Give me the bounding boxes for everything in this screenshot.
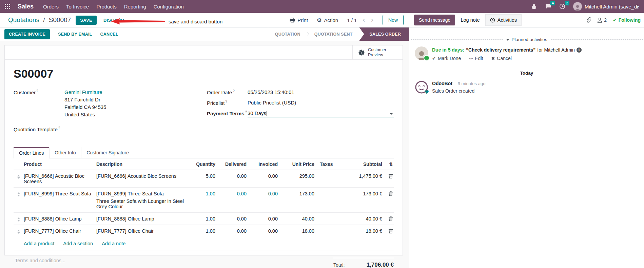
cell-quantity[interactable]: 1.00 (186, 228, 215, 234)
mark-done-button[interactable]: ✔Mark Done (432, 56, 461, 61)
send-message-button[interactable]: Send message (414, 15, 455, 25)
col-unit-price[interactable]: Unit Price (278, 161, 314, 167)
add-a-product-link[interactable]: Add a product (24, 241, 54, 246)
activities-button[interactable]: Activities (485, 14, 522, 26)
cell-unit-price[interactable]: 18.00 (278, 228, 314, 234)
cell-delivered[interactable]: 0.00 (215, 216, 247, 222)
cell-quantity[interactable]: 1.00 (186, 191, 215, 196)
create-invoice-button[interactable]: CREATE INVOICE (4, 29, 50, 39)
info-icon[interactable]: i (577, 47, 582, 53)
table-row[interactable]: [FURN_6666] Acoustic Bloc Screens [FURN_… (14, 170, 394, 188)
trash-icon[interactable] (388, 191, 393, 196)
col-subtotal[interactable]: Subtotal (340, 161, 382, 167)
breadcrumb-quotations[interactable]: Quotations (8, 16, 39, 23)
apps-grid-icon[interactable] (5, 4, 10, 9)
menu-reporting[interactable]: Reporting (124, 4, 146, 9)
payment-terms-field[interactable]: 30 Days (248, 110, 394, 117)
cell-invoiced[interactable]: 0.00 (247, 228, 278, 234)
cell-product[interactable]: [FURN_8888] Office Lamp (24, 216, 96, 222)
status-step-quotation[interactable]: QUOTATION (268, 27, 307, 41)
drag-handle-icon[interactable] (17, 230, 20, 234)
order-date-label: Order Date? (207, 89, 248, 95)
app-name[interactable]: Sales (18, 3, 34, 10)
user-menu[interactable]: Mitchell Admin (save_discar (573, 2, 639, 11)
chevron-down-icon[interactable] (390, 113, 393, 115)
cell-description[interactable]: [FURN_6666] Acoustic Bloc Screens (96, 173, 186, 179)
tab-other-info[interactable]: Other Info (49, 147, 81, 158)
cell-unit-price[interactable]: 40.00 (278, 216, 314, 222)
new-button[interactable]: New (383, 15, 404, 25)
drag-handle-icon[interactable] (17, 192, 20, 196)
pager-next-icon[interactable]: › (371, 16, 374, 24)
cell-subtotal: 173.00 € (340, 191, 382, 196)
paperclip-icon[interactable] (585, 17, 591, 23)
cell-product[interactable]: [FURN_7777] Office Chair (24, 228, 96, 234)
customer-link[interactable]: Gemini Furniture (64, 89, 102, 95)
log-note-button[interactable]: Log note (461, 17, 480, 23)
edit-activity-button[interactable]: ✏Edit (469, 56, 483, 61)
cell-quantity[interactable]: 1.00 (186, 216, 215, 222)
cell-description[interactable]: [FURN_7777] Office Chair (96, 228, 186, 234)
activity-clock-icon[interactable]: 2 (559, 3, 566, 10)
drag-handle-icon[interactable] (17, 217, 20, 222)
cell-invoiced[interactable]: 0.00 (247, 191, 278, 196)
cell-quantity[interactable]: 5.00 (186, 173, 215, 179)
menu-products[interactable]: Products (96, 4, 116, 9)
add-a-note-link[interactable]: Add a note (102, 241, 125, 246)
customer-preview-button[interactable]: Customer Preview (352, 45, 403, 60)
add-a-section-link[interactable]: Add a section (63, 241, 93, 246)
trash-icon[interactable] (388, 216, 393, 221)
drag-handle-icon[interactable] (17, 175, 20, 179)
print-button[interactable]: Print (290, 17, 308, 23)
messages-icon[interactable]: 4 (545, 3, 551, 10)
col-quantity[interactable]: Quantity (186, 161, 215, 167)
cell-description[interactable]: [FURN_8888] Office Lamp (96, 216, 186, 222)
trash-icon[interactable] (388, 173, 393, 178)
save-button[interactable]: SAVE (76, 16, 97, 25)
cell-invoiced[interactable]: 0.00 (247, 216, 278, 222)
message-content: OdooBot - 9 minutes ago Sales Order crea… (432, 80, 485, 94)
table-row[interactable]: [FURN_8999] Three-Seat Sofa [FURN_8999] … (14, 188, 394, 213)
pricelist-field[interactable]: Public Pricelist (USD) (248, 100, 296, 106)
cell-unit-price[interactable]: 173.00 (278, 191, 314, 196)
cell-delivered[interactable]: 0.00 (215, 191, 247, 196)
menu-orders[interactable]: Orders (43, 4, 59, 9)
collapse-caret-icon (506, 39, 509, 41)
debug-bug-icon[interactable] (530, 3, 537, 10)
cell-delivered[interactable]: 0.00 (215, 173, 247, 179)
col-delivered[interactable]: Delivered (215, 161, 247, 167)
col-invoiced[interactable]: Invoiced (247, 161, 278, 167)
cancel-activity-button[interactable]: ✖Cancel (491, 56, 512, 61)
col-taxes[interactable]: Taxes (314, 161, 340, 167)
table-row[interactable]: [FURN_7777] Office Chair [FURN_7777] Off… (14, 225, 394, 237)
cell-delivered[interactable]: 0.00 (215, 228, 247, 234)
planned-activities-header[interactable]: Planned activities (503, 37, 550, 42)
status-step-quotation-sent[interactable]: QUOTATION SENT (308, 27, 359, 41)
cell-invoiced[interactable]: 0.00 (247, 173, 278, 179)
terms-and-conditions-placeholder[interactable]: Terms and conditions... (14, 258, 333, 268)
following-button[interactable]: ✔ Following (613, 17, 641, 23)
trash-icon[interactable] (388, 228, 393, 233)
cell-product[interactable]: [FURN_8999] Three-Seat Sofa (24, 191, 96, 196)
col-description[interactable]: Description (96, 161, 186, 167)
message-author[interactable]: OdooBot (432, 81, 452, 86)
cell-unit-price[interactable]: 295.00 (278, 173, 314, 179)
chatter-toolbar-right: 2 ✔ Following (585, 17, 641, 23)
cell-product[interactable]: [FURN_6666] Acoustic Bloc Screens (24, 173, 96, 184)
send-by-email-button[interactable]: SEND BY EMAIL (58, 32, 92, 37)
menu-to-invoice[interactable]: To Invoice (66, 4, 89, 9)
cancel-button[interactable]: CANCEL (100, 32, 118, 37)
menu-configuration[interactable]: Configuration (154, 4, 184, 9)
optional-columns-icon[interactable]: ⇅ (389, 161, 393, 167)
tab-order-lines[interactable]: Order Lines (14, 147, 49, 158)
cell-description[interactable]: [FURN_8999] Three-Seat Sofa Three Seater… (96, 191, 186, 209)
status-step-sales-order[interactable]: SALES ORDER (359, 27, 409, 41)
total-value: 1,706.00 € (367, 262, 394, 268)
action-menu-button[interactable]: ⚙ Action (317, 17, 338, 23)
tab-customer-signature[interactable]: Customer Signature (81, 147, 134, 158)
followers-button[interactable]: 2 (597, 17, 607, 23)
order-date-field[interactable]: 05/25/2023 15:40:01 (248, 89, 294, 95)
table-row[interactable]: [FURN_8888] Office Lamp [FURN_8888] Offi… (14, 213, 394, 225)
col-product[interactable]: Product (24, 161, 96, 167)
pager-prev-icon[interactable]: ‹ (362, 16, 365, 24)
